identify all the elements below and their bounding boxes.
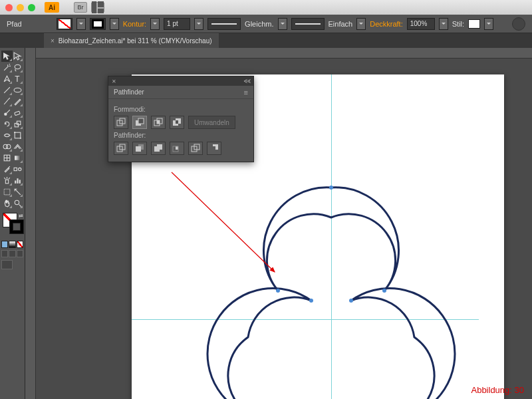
biohazard-artwork[interactable]	[185, 168, 477, 399]
window-zoom-button[interactable]	[28, 4, 35, 11]
brush-label: Einfach	[329, 20, 353, 28]
profile-sample[interactable]	[207, 18, 241, 30]
fill-dropdown[interactable]	[76, 18, 86, 30]
sync-icon[interactable]	[512, 17, 525, 31]
svg-line-5	[4, 87, 10, 93]
unite-button[interactable]	[114, 116, 128, 129]
lasso-tool[interactable]	[13, 62, 24, 73]
svg-line-28	[19, 205, 21, 207]
artboard-tool[interactable]	[1, 186, 13, 198]
options-bar: Pfad Kontur: 1 pt Gleichm. Einfach Deckk…	[0, 15, 532, 33]
fill-stroke-indicator[interactable]: ⇄	[1, 213, 24, 239]
mesh-tool[interactable]	[1, 152, 13, 164]
swap-fill-stroke-icon[interactable]: ⇄	[19, 213, 24, 218]
stroke-dropdown[interactable]	[110, 18, 119, 30]
screen-mode-button[interactable]	[1, 260, 13, 269]
figure-caption: Abbildung: 30	[471, 385, 524, 395]
perspective-grid-tool[interactable]	[13, 141, 24, 152]
opacity-dropdown[interactable]	[439, 18, 448, 30]
stroke-weight-dropdown[interactable]	[194, 18, 203, 30]
svg-rect-25	[19, 180, 21, 183]
stroke-weight-field[interactable]: 1 pt	[164, 18, 190, 30]
document-window[interactable]: Abbildung: 30	[25, 48, 532, 399]
rectangle-tool[interactable]	[13, 84, 24, 96]
app-badge: Ai	[45, 2, 59, 13]
brush-dropdown[interactable]	[356, 18, 366, 30]
color-mode-button[interactable]	[1, 241, 8, 248]
svg-point-33	[309, 299, 313, 303]
width-tool[interactable]	[1, 130, 13, 141]
shape-builder-tool[interactable]	[1, 141, 13, 152]
ruler-horizontal[interactable]	[36, 48, 532, 59]
zoom-tool[interactable]	[13, 198, 24, 209]
pathfinder-panel[interactable]: ✕ ∢∢ Pathfinder ≡ Formmodi: Umwandeln Pa…	[108, 76, 254, 162]
opacity-field[interactable]: 100%	[407, 18, 435, 30]
draw-inside-button[interactable]	[17, 250, 23, 257]
svg-point-6	[14, 88, 21, 92]
panel-collapse-icon[interactable]: ∢∢	[243, 78, 250, 84]
magic-wand-tool[interactable]	[1, 62, 13, 73]
color-mode-row	[1, 241, 23, 248]
crop-button[interactable]	[170, 142, 184, 155]
panel-header[interactable]: ✕ ∢∢	[108, 76, 253, 86]
window-minimize-button[interactable]	[17, 4, 24, 11]
draw-behind-button[interactable]	[9, 250, 15, 257]
stroke-swatch[interactable]	[90, 18, 106, 30]
profile-dropdown[interactable]	[278, 18, 287, 30]
divide-button[interactable]	[114, 142, 128, 155]
brush-sample[interactable]	[291, 18, 325, 30]
gradient-tool[interactable]	[13, 152, 24, 164]
minus-back-button[interactable]	[207, 142, 221, 155]
opacity-label: Deckkraft:	[370, 20, 403, 28]
trim-button[interactable]	[132, 142, 147, 155]
blend-tool[interactable]	[13, 164, 24, 175]
bridge-button[interactable]: Br	[74, 2, 87, 13]
window-close-button[interactable]	[5, 4, 13, 11]
fill-swatch[interactable]	[57, 18, 72, 30]
panel-close-icon[interactable]: ✕	[112, 78, 116, 84]
stroke-label: Kontur:	[123, 20, 146, 28]
pen-tool[interactable]	[1, 73, 13, 84]
graph-tool[interactable]	[13, 175, 24, 186]
selection-tool[interactable]	[1, 51, 13, 62]
pencil-tool[interactable]	[13, 96, 24, 107]
stroke-weight-stepper[interactable]	[150, 18, 160, 30]
line-tool[interactable]	[1, 84, 13, 96]
hand-tool[interactable]	[1, 198, 13, 209]
draw-normal-button[interactable]	[1, 250, 8, 257]
panel-tab[interactable]: Pathfinder ≡	[108, 86, 253, 99]
outline-button[interactable]	[188, 142, 203, 155]
direct-selection-tool[interactable]	[13, 51, 24, 62]
merge-button[interactable]	[151, 142, 166, 155]
exclude-button[interactable]	[170, 116, 184, 129]
free-transform-tool[interactable]	[13, 130, 24, 141]
gradient-mode-button[interactable]	[9, 241, 15, 248]
type-tool[interactable]: T	[13, 73, 24, 84]
stroke-indicator[interactable]	[9, 219, 24, 234]
blob-brush-tool[interactable]	[1, 107, 13, 118]
expand-button[interactable]: Umwandeln	[188, 116, 235, 129]
pathfinder-modes-label: Pathfinder:	[114, 132, 248, 139]
arrange-docs-button[interactable]	[91, 2, 104, 13]
graphic-style-swatch[interactable]	[468, 19, 480, 29]
panel-menu-icon[interactable]: ≡	[244, 88, 248, 96]
symbol-sprayer-tool[interactable]	[1, 175, 13, 186]
object-type-label: Pfad	[7, 20, 22, 28]
document-tab[interactable]: × Biohazard_Zeichen.ai* bei 311 % (CMYK/…	[44, 33, 219, 48]
close-tab-icon[interactable]: ×	[51, 37, 55, 45]
svg-text:T: T	[15, 74, 19, 83]
none-mode-button[interactable]	[17, 241, 23, 248]
ruler-vertical[interactable]	[25, 48, 36, 399]
paintbrush-tool[interactable]	[1, 96, 13, 107]
scale-tool[interactable]	[13, 118, 24, 130]
eraser-tool[interactable]	[13, 107, 24, 118]
svg-point-12	[14, 132, 15, 133]
minus-front-button[interactable]	[132, 116, 147, 129]
slice-tool[interactable]	[13, 186, 24, 198]
intersect-button[interactable]	[151, 116, 166, 129]
eyedropper-tool[interactable]	[1, 164, 13, 175]
svg-rect-24	[17, 178, 19, 184]
rotate-tool[interactable]	[1, 118, 13, 130]
macos-titlebar: Ai Br	[0, 0, 532, 15]
style-dropdown[interactable]	[484, 18, 493, 30]
